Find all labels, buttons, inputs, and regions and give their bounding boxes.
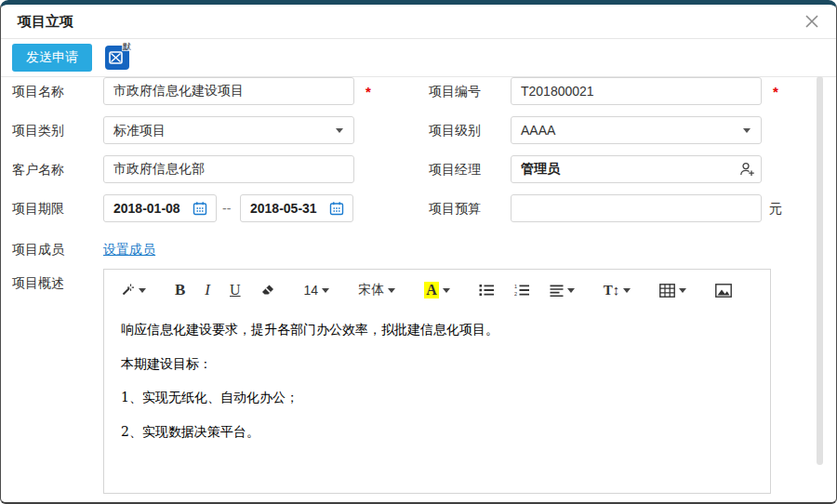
add-person-icon[interactable] <box>739 162 755 179</box>
image-button[interactable] <box>715 284 732 298</box>
chevron-down-icon <box>623 288 631 293</box>
eraser-icon[interactable] <box>260 284 275 297</box>
chevron-down-icon <box>139 288 146 293</box>
project-overview-label: 项目概述 <box>12 269 64 297</box>
editor-paragraph: 本期建设目标： <box>121 354 753 375</box>
font-color-select[interactable]: A <box>424 282 450 298</box>
rich-text-editor: B I U 14 宋体 A <box>103 269 771 494</box>
default-badge: 默 <box>122 42 132 51</box>
customer-name-input[interactable] <box>103 155 354 183</box>
project-name-label: 项目名称 <box>12 77 64 105</box>
vertical-scrollbar-thumb[interactable] <box>817 76 823 465</box>
action-toolbar: 发送申请 默 <box>1 39 836 77</box>
project-budget-input[interactable] <box>511 194 762 222</box>
chevron-down-icon <box>567 288 575 293</box>
customer-name-label: 客户名称 <box>12 155 64 183</box>
calendar-icon[interactable] <box>329 201 344 219</box>
project-level-select[interactable]: AAAA <box>511 116 762 144</box>
font-size-select[interactable]: 14 <box>304 283 330 298</box>
italic-button[interactable]: I <box>205 281 210 299</box>
project-number-label: 项目编号 <box>429 77 481 105</box>
editor-paragraph: 响应信息化建设要求，提升各部门办公效率，拟批建信息化项目。 <box>121 320 753 340</box>
align-select[interactable] <box>550 285 575 297</box>
editor-content[interactable]: 响应信息化建设要求，提升各部门办公效率，拟批建信息化项目。 本期建设目标： 1、… <box>104 303 770 443</box>
project-category-value: 标准项目 <box>113 123 166 138</box>
project-level-label: 项目级别 <box>429 116 481 144</box>
project-category-select[interactable]: 标准项目 <box>103 116 354 144</box>
project-level-value: AAAA <box>521 123 555 138</box>
project-members-label: 项目成员 <box>12 235 64 263</box>
dialog-title: 项目立项 <box>18 13 73 31</box>
project-initiation-dialog: 项目立项 发送申请 默 项目名称 * 项目编号 * 项目类别 标准项目 项目级别 <box>0 0 837 504</box>
svg-text:1: 1 <box>514 284 517 289</box>
chevron-down-icon <box>743 128 751 133</box>
close-icon[interactable] <box>803 12 821 31</box>
dialog-titlebar: 项目立项 <box>1 5 836 39</box>
chevron-down-icon <box>443 288 450 293</box>
required-asterisk: * <box>773 77 778 105</box>
line-height-select[interactable]: T↕ <box>604 283 631 298</box>
editor-paragraph: 2、实现数据决策平台。 <box>121 422 753 443</box>
magic-wand-icon[interactable] <box>119 283 146 298</box>
send-request-button[interactable]: 发送申请 <box>12 44 92 72</box>
default-post-icon[interactable]: 默 <box>105 46 129 70</box>
project-period-label: 项目期限 <box>12 194 64 222</box>
budget-unit: 元 <box>769 194 782 222</box>
project-manager-input[interactable] <box>511 155 762 183</box>
editor-paragraph: 1、实现无纸化、自动化办公； <box>121 388 753 408</box>
project-name-input[interactable] <box>103 77 354 105</box>
project-form: 项目名称 * 项目编号 * 项目类别 标准项目 项目级别 AAAA 客户名称 项… <box>1 77 836 500</box>
required-asterisk: * <box>365 77 371 105</box>
set-members-link[interactable]: 设置成员 <box>103 241 155 258</box>
bold-button[interactable]: B <box>175 281 185 299</box>
svg-text:2: 2 <box>514 291 517 297</box>
period-separator: -- <box>222 194 231 222</box>
project-category-label: 项目类别 <box>12 116 64 144</box>
project-budget-label: 项目预算 <box>429 194 481 222</box>
chevron-down-icon <box>388 288 395 293</box>
chevron-down-icon <box>679 288 686 293</box>
chevron-down-icon <box>336 128 343 133</box>
project-manager-label: 项目经理 <box>429 155 481 183</box>
editor-toolbar: B I U 14 宋体 A <box>104 270 770 303</box>
table-select[interactable] <box>659 284 686 298</box>
chevron-down-icon <box>322 288 329 293</box>
font-family-select[interactable]: 宋体 <box>358 282 395 298</box>
calendar-icon[interactable] <box>193 201 207 219</box>
project-number-input[interactable] <box>511 77 762 105</box>
bullet-list-button[interactable] <box>479 284 495 297</box>
underline-button[interactable]: U <box>230 282 241 298</box>
ordered-list-button[interactable]: 1 2 <box>514 284 530 297</box>
